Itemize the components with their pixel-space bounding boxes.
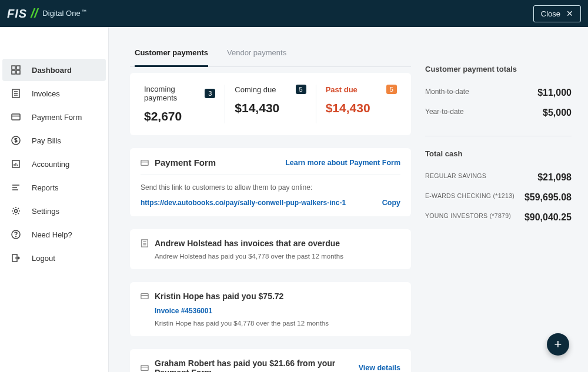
cash-title: Total cash xyxy=(425,149,572,158)
sidebar-item-accounting[interactable]: Accounting xyxy=(2,153,106,175)
account-value: $59,695.08 xyxy=(524,192,572,203)
summary-label: Incoming payments xyxy=(144,85,200,102)
summary-label: Coming due xyxy=(235,85,276,94)
payment-form-card: Payment Form Learn more about Payment Fo… xyxy=(130,148,411,216)
invoice-link[interactable]: Invoice #4536001 xyxy=(155,307,400,315)
close-button[interactable]: Close ✕ xyxy=(533,5,581,22)
learn-more-link[interactable]: Learn more about Payment Form xyxy=(285,159,400,167)
svg-rect-28 xyxy=(141,294,148,299)
bar-icon xyxy=(11,159,21,169)
sidebar-item-settings[interactable]: Settings xyxy=(2,200,106,222)
tab-customer-payments[interactable]: Customer payments xyxy=(135,43,208,67)
brand-logo-text: FIS xyxy=(7,7,27,21)
copy-link-button[interactable]: Copy xyxy=(382,199,400,207)
list-icon xyxy=(141,239,149,247)
sidebar-item-label: Pay Bills xyxy=(32,136,61,145)
feed-subtext: Andrew Holstead has paid you $4,778 over… xyxy=(141,253,400,260)
add-fab-button[interactable]: + xyxy=(547,333,569,356)
stat-label: Month-to-date xyxy=(425,88,469,98)
sidebar-item-label: Need Help? xyxy=(32,230,72,239)
grid-icon xyxy=(11,65,21,75)
svg-rect-0 xyxy=(12,66,15,69)
feed-item-payment[interactable]: Kristin Hope has paid you $75.72 Invoice… xyxy=(130,282,411,336)
sidebar-item-label: Reports xyxy=(32,183,59,192)
sidebar-item-label: Logout xyxy=(32,254,55,263)
summary-amount: $14,430 xyxy=(235,101,306,115)
payment-url: https://dev.autobooks.co/pay/sally-conwe… xyxy=(141,199,374,207)
sidebar-item-logout[interactable]: Logout xyxy=(2,247,106,269)
stat-value: $5,000 xyxy=(543,108,572,118)
dollar-icon xyxy=(11,135,21,146)
sidebar-item-pay-bills[interactable]: Pay Bills xyxy=(2,129,106,152)
account-label: YOUNG INVESTORS (*7879) xyxy=(425,212,511,223)
close-label: Close xyxy=(541,9,560,18)
summary-incoming[interactable]: Incoming payments 3 $2,670 xyxy=(144,85,225,123)
stat-mtd: Month-to-date $11,000 xyxy=(425,83,572,103)
account-row: E-WARDS CHECKING (*1213) $59,695.08 xyxy=(425,187,572,207)
sidebar-item-reports[interactable]: Reports xyxy=(2,176,106,199)
brand: FIS // Digital One™ xyxy=(7,6,86,21)
feed-item-overdue[interactable]: Andrew Holstead has invoices that are ov… xyxy=(130,229,411,269)
stat-value: $11,000 xyxy=(537,88,572,98)
svg-rect-8 xyxy=(12,114,20,120)
account-value: $90,040.25 xyxy=(524,212,572,223)
feed-title: Andrew Holstead has invoices that are ov… xyxy=(155,239,340,248)
sidebar-item-help[interactable]: Need Help? xyxy=(2,223,106,246)
summary-label: Past due xyxy=(326,85,358,94)
summary-amount: $2,670 xyxy=(144,109,215,123)
account-value: $21,098 xyxy=(537,172,572,183)
card-icon xyxy=(141,159,149,167)
feed-subtext: Kristin Hope has paid you $4,778 over th… xyxy=(155,320,400,327)
sidebar-item-label: Payment Form xyxy=(32,113,82,122)
list-icon xyxy=(11,88,21,99)
sidebar-item-label: Settings xyxy=(32,207,59,216)
gear-icon xyxy=(11,206,21,216)
summary-coming-due[interactable]: Coming due 5 $14,430 xyxy=(225,85,316,123)
close-icon: ✕ xyxy=(566,9,573,18)
tabs: Customer payments Vendor payments xyxy=(130,43,411,67)
account-label: E-WARDS CHECKING (*1213) xyxy=(425,192,514,203)
view-details-link[interactable]: View details xyxy=(359,364,400,372)
feed-title: Graham Robert has paid you $21.66 from y… xyxy=(155,358,353,372)
svg-rect-3 xyxy=(16,71,20,74)
summary-amount: $14,430 xyxy=(326,101,397,115)
account-label: REGULAR SAVINGS xyxy=(425,172,486,183)
card-icon xyxy=(141,292,149,300)
top-bar: FIS // Digital One™ Close ✕ xyxy=(0,0,588,27)
lines-icon xyxy=(11,182,21,193)
plus-icon: + xyxy=(554,337,562,352)
feed-title: Kristin Hope has paid you $75.72 xyxy=(155,291,283,301)
logout-icon xyxy=(11,253,21,263)
summary-card: Incoming payments 3 $2,670 Coming due 5 … xyxy=(130,73,411,135)
divider xyxy=(425,136,572,136)
card-icon xyxy=(11,112,21,122)
svg-rect-30 xyxy=(141,366,148,371)
account-row: YOUNG INVESTORS (*7879) $90,040.25 xyxy=(425,207,572,227)
stat-label: Year-to-date xyxy=(425,108,464,118)
stat-ytd: Year-to-date $5,000 xyxy=(425,103,572,123)
summary-badge: 3 xyxy=(205,89,215,98)
svg-rect-22 xyxy=(141,160,148,165)
svg-point-18 xyxy=(15,210,18,213)
summary-past-due[interactable]: Past due 5 $14,430 xyxy=(316,85,397,123)
card-title: Payment Form xyxy=(155,157,279,167)
svg-point-20 xyxy=(16,236,16,237)
payment-instruction: Send this link to customers to allow the… xyxy=(141,183,400,192)
tab-vendor-payments[interactable]: Vendor payments xyxy=(227,43,286,66)
svg-rect-2 xyxy=(12,71,15,74)
sidebar-item-label: Invoices xyxy=(32,89,60,98)
card-icon xyxy=(141,364,149,372)
sidebar-item-payment-form[interactable]: Payment Form xyxy=(2,106,106,128)
sidebar: Dashboard Invoices Payment Form Pay Bill… xyxy=(0,27,109,372)
feed-item-payment-form[interactable]: Graham Robert has paid you $21.66 from y… xyxy=(130,349,411,372)
brand-subtitle: Digital One™ xyxy=(42,9,86,18)
sidebar-item-invoices[interactable]: Invoices xyxy=(2,82,106,105)
right-panel: Customer payment totals Month-to-date $1… xyxy=(425,43,572,372)
totals-title: Customer payment totals xyxy=(425,65,572,73)
sidebar-item-label: Dashboard xyxy=(32,66,72,75)
account-row: REGULAR SAVINGS $21,098 xyxy=(425,167,572,187)
help-icon xyxy=(11,229,21,240)
sidebar-item-dashboard[interactable]: Dashboard xyxy=(2,59,106,81)
summary-badge: 5 xyxy=(386,85,397,94)
brand-slash-icon: // xyxy=(31,6,38,21)
